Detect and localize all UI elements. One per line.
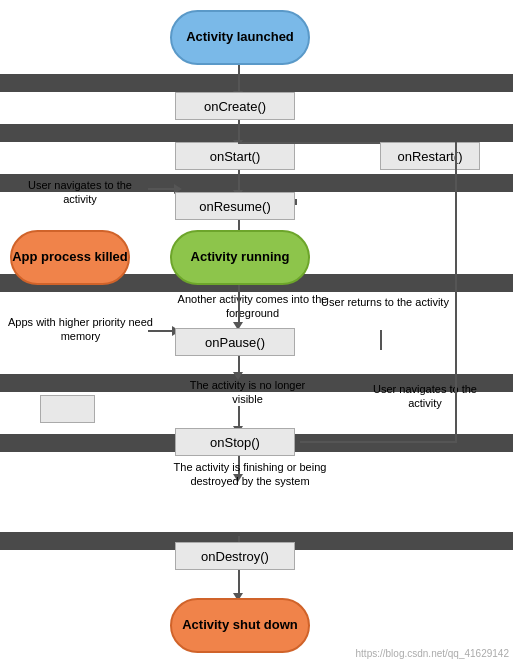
app-process-killed-node: App process killed xyxy=(10,230,130,285)
line-returns xyxy=(380,330,382,350)
activity-launched-node: Activity launched xyxy=(170,10,310,65)
onstart-box: onStart() xyxy=(175,142,295,170)
activity-launched-label: Activity launched xyxy=(186,29,294,46)
user-navigates-to2-label: User navigates to the activity xyxy=(360,382,490,411)
user-navigates-label: User navigates to the activity xyxy=(10,178,150,207)
onstop-box: onStop() xyxy=(175,428,295,456)
onpause-box: onPause() xyxy=(175,328,295,356)
oncreate-box: onCreate() xyxy=(175,92,295,120)
line-4 xyxy=(238,285,240,325)
line-9 xyxy=(238,570,240,595)
no-longer-visible-label: The activity is no longer visible xyxy=(175,378,320,407)
line-6 xyxy=(238,406,240,428)
ondestroy-box: onDestroy() xyxy=(175,542,295,570)
line-launch-oncreate xyxy=(238,65,240,93)
band-1 xyxy=(0,74,513,92)
apps-priority-label: Apps with higher priority need memory xyxy=(8,315,153,344)
onresume-box: onResume() xyxy=(175,192,295,220)
user-returns-label: User returns to the activity xyxy=(320,295,450,309)
right-loop-line-h-bottom xyxy=(300,441,457,443)
right-loop-line-v xyxy=(455,142,457,442)
app-process-killed-label: App process killed xyxy=(12,249,128,266)
activity-shutdown-node: Activity shut down xyxy=(170,598,310,653)
activity-running-node: Activity running xyxy=(170,230,310,285)
watermark: https://blog.csdn.net/qq_41629142 xyxy=(356,648,509,659)
line-2 xyxy=(238,170,240,192)
lifecycle-diagram: Activity launched onCreate() onStart() o… xyxy=(0,0,513,663)
finishing-label: The activity is finishing or being destr… xyxy=(150,460,350,489)
activity-running-label: Activity running xyxy=(191,249,290,266)
onrestart-box: onRestart() xyxy=(380,142,480,170)
line-resume-right xyxy=(295,199,297,205)
small-box-left xyxy=(40,395,95,423)
activity-shutdown-label: Activity shut down xyxy=(182,617,298,634)
band-2 xyxy=(0,124,513,142)
another-activity-label: Another activity comes into the foregrou… xyxy=(175,292,330,321)
line-onrestart-left xyxy=(238,142,380,144)
line-1 xyxy=(238,120,240,142)
